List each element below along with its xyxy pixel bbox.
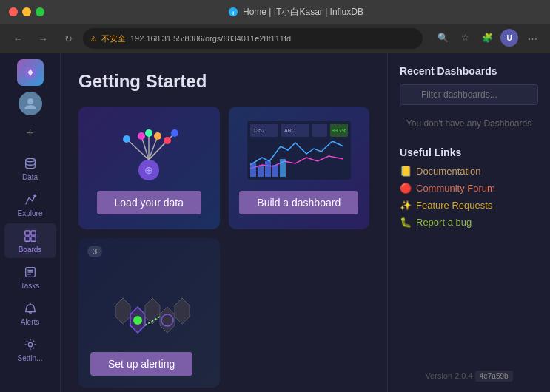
address-bar[interactable]: ⚠ 不安全 192.168.31.55:8086/orgs/6834011e28… <box>83 28 423 49</box>
useful-links-section: Useful Links 📒 Documentation 🔴 Community… <box>400 146 538 228</box>
version-label: Version 2.0.4 <box>425 371 472 380</box>
sidebar-item-boards[interactable]: Boards <box>4 223 56 258</box>
extension-button[interactable]: 🧩 <box>477 28 497 47</box>
explore-icon <box>22 192 38 208</box>
app-logo[interactable] <box>17 59 44 86</box>
main-content: Getting Started ⊕ <box>61 53 387 392</box>
sidebar-item-tasks[interactable]: Tasks <box>4 260 56 294</box>
recent-dashboards-title: Recent Dashboards <box>400 65 538 77</box>
forum-label: Community Forum <box>416 183 495 194</box>
svg-rect-7 <box>30 231 35 235</box>
cards-grid: ⊕ <box>78 107 369 388</box>
browser-titlebar: i Home | IT小白Kasar | InfluxDB <box>0 0 550 24</box>
back-button[interactable]: ← <box>7 28 28 49</box>
influxdb-favicon: i <box>228 7 238 17</box>
svg-rect-37 <box>272 165 278 177</box>
svg-point-25 <box>171 129 178 137</box>
build-dashboard-button[interactable]: Build a dashboard <box>239 191 358 214</box>
security-warning: ⚠ <box>90 35 97 43</box>
no-dashboards-message: You don't have any Dashboards <box>400 112 538 135</box>
svg-marker-41 <box>145 298 160 324</box>
svg-text:i: i <box>232 10 234 16</box>
alerting-illustration <box>90 250 208 346</box>
user-avatar: U <box>500 29 518 47</box>
browser-chrome: i Home | IT小白Kasar | InfluxDB ← → ↻ ⚠ 不安… <box>0 0 550 53</box>
maximize-button[interactable] <box>36 7 44 16</box>
chart-illustration: 1352 ARC 99.7% <box>247 121 351 180</box>
svg-point-11 <box>28 342 32 346</box>
browser-title: i Home | IT小白Kasar | InfluxDB <box>50 6 541 18</box>
sidebar-item-alerts[interactable]: Alerts <box>4 296 56 331</box>
sidebar-label-data: Data <box>22 173 38 181</box>
bug-report-link[interactable]: 🐛 Report a bug <box>400 217 538 228</box>
add-button-sidebar[interactable]: + <box>19 121 42 145</box>
svg-point-45 <box>133 316 142 325</box>
page-title: Getting Started <box>78 71 369 92</box>
bookmark-button[interactable]: ☆ <box>455 28 474 47</box>
right-panel: Recent Dashboards 🔍 You don't have any D… <box>387 53 550 392</box>
search-button[interactable]: 🔍 <box>433 28 452 47</box>
sidebar-label-explore: Explore <box>18 209 43 217</box>
close-button[interactable] <box>9 7 18 16</box>
bug-label: Report a bug <box>416 217 472 228</box>
features-link[interactable]: ✨ Feature Requests <box>400 200 538 211</box>
database-icon <box>22 155 38 172</box>
svg-point-46 <box>161 314 173 326</box>
dashboard-illustration: 1352 ARC 99.7% <box>247 107 351 185</box>
traffic-lights <box>9 7 44 16</box>
nav-actions: 🔍 ☆ 🧩 U ⋯ <box>433 28 543 49</box>
filter-wrapper: 🔍 <box>400 84 538 105</box>
sidebar-item-explore[interactable]: Explore <box>4 187 56 222</box>
refresh-button[interactable]: ↻ <box>58 28 78 49</box>
minimize-button[interactable] <box>22 7 31 16</box>
set-up-alerting-button[interactable]: Set up alerting <box>90 352 192 376</box>
svg-rect-9 <box>30 237 35 241</box>
boards-icon <box>22 228 38 244</box>
load-data-card: ⊕ <box>78 107 220 229</box>
svg-point-23 <box>154 132 161 140</box>
forward-button[interactable]: → <box>33 28 53 49</box>
docs-link[interactable]: 📒 Documentation <box>400 166 538 177</box>
useful-links-title: Useful Links <box>400 146 538 158</box>
profile-button[interactable]: U <box>500 28 519 47</box>
svg-text:ARC: ARC <box>284 128 295 133</box>
tab-title: Home | IT小白Kasar | InfluxDB <box>243 6 363 18</box>
svg-marker-39 <box>115 298 130 324</box>
user-avatar-sidebar[interactable] <box>19 92 42 115</box>
alerting-badge: 3 <box>87 246 102 257</box>
docs-emoji: 📒 <box>400 166 412 177</box>
svg-point-22 <box>145 129 152 137</box>
url-text: 192.168.31.55:8086/orgs/6834011e28f111fd <box>130 34 291 43</box>
recent-dashboards-section: Recent Dashboards 🔍 You don't have any D… <box>400 65 538 135</box>
alerting-card: 3 Set up alerting <box>78 238 220 388</box>
svg-rect-38 <box>280 159 286 177</box>
svg-point-20 <box>123 135 130 143</box>
hexagon-illustration <box>97 272 201 346</box>
svg-line-19 <box>149 133 175 160</box>
load-data-button[interactable]: Load your data <box>97 191 201 214</box>
features-emoji: ✨ <box>400 200 412 211</box>
docs-label: Documentation <box>416 166 480 177</box>
sidebar: + Data Explore <box>0 53 61 392</box>
tasks-icon <box>22 264 38 280</box>
bug-emoji: 🐛 <box>400 217 412 228</box>
sidebar-item-data[interactable]: Data <box>4 151 56 186</box>
settings-icon <box>22 337 38 353</box>
logo-icon <box>23 65 38 80</box>
sidebar-label-settings: Settin... <box>18 354 43 362</box>
svg-point-21 <box>138 132 145 140</box>
dashboard-filter-input[interactable] <box>400 84 538 105</box>
svg-point-24 <box>164 137 171 144</box>
alerts-icon <box>22 300 38 317</box>
forum-link[interactable]: 🔴 Community Forum <box>400 183 538 194</box>
svg-text:1352: 1352 <box>253 128 265 133</box>
svg-rect-36 <box>265 161 271 177</box>
svg-rect-8 <box>24 237 29 241</box>
forum-emoji: 🔴 <box>400 183 412 194</box>
sidebar-item-settings[interactable]: Settin... <box>4 332 56 367</box>
svg-rect-35 <box>258 166 264 177</box>
more-button[interactable]: ⋯ <box>522 28 543 49</box>
sidebar-label-boards: Boards <box>19 246 42 254</box>
app-container: + Data Explore <box>0 53 550 392</box>
svg-text:⊕: ⊕ <box>144 164 153 176</box>
